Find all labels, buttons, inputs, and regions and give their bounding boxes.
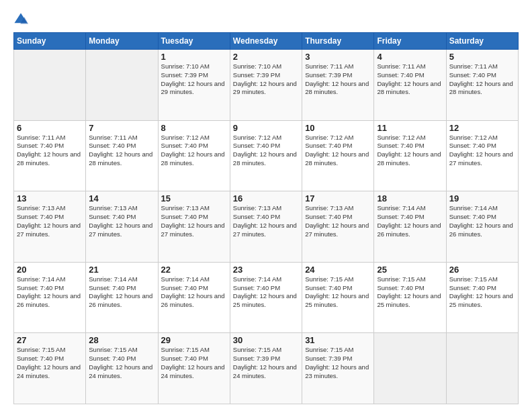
calendar-week-row: 20Sunrise: 7:14 AM Sunset: 7:40 PM Dayli… xyxy=(14,262,519,333)
day-info: Sunrise: 7:10 AM Sunset: 7:39 PM Dayligh… xyxy=(233,62,299,97)
day-info: Sunrise: 7:12 AM Sunset: 7:40 PM Dayligh… xyxy=(377,134,443,168)
calendar-cell: 11Sunrise: 7:12 AM Sunset: 7:40 PM Dayli… xyxy=(374,120,446,191)
calendar-cell: 4Sunrise: 7:11 AM Sunset: 7:40 PM Daylig… xyxy=(374,50,446,121)
day-info: Sunrise: 7:14 AM Sunset: 7:40 PM Dayligh… xyxy=(233,275,299,310)
calendar-cell: 21Sunrise: 7:14 AM Sunset: 7:40 PM Dayli… xyxy=(86,262,158,333)
calendar-cell: 20Sunrise: 7:14 AM Sunset: 7:40 PM Dayli… xyxy=(14,262,86,333)
day-info: Sunrise: 7:11 AM Sunset: 7:40 PM Dayligh… xyxy=(377,62,443,97)
calendar-cell: 17Sunrise: 7:13 AM Sunset: 7:40 PM Dayli… xyxy=(302,191,374,263)
calendar-cell xyxy=(86,50,158,121)
calendar-cell: 19Sunrise: 7:14 AM Sunset: 7:40 PM Dayli… xyxy=(446,191,518,263)
day-info: Sunrise: 7:13 AM Sunset: 7:40 PM Dayligh… xyxy=(17,204,83,238)
day-info: Sunrise: 7:15 AM Sunset: 7:40 PM Dayligh… xyxy=(161,346,227,380)
calendar-cell: 16Sunrise: 7:13 AM Sunset: 7:40 PM Dayli… xyxy=(230,191,302,263)
logo-icon xyxy=(13,12,28,27)
calendar-cell: 3Sunrise: 7:11 AM Sunset: 7:39 PM Daylig… xyxy=(302,50,374,121)
day-number: 28 xyxy=(89,335,154,345)
calendar-header-sunday: Sunday xyxy=(14,33,86,50)
day-info: Sunrise: 7:14 AM Sunset: 7:40 PM Dayligh… xyxy=(17,275,83,310)
day-number: 21 xyxy=(89,265,154,275)
day-info: Sunrise: 7:14 AM Sunset: 7:40 PM Dayligh… xyxy=(449,204,515,238)
calendar-cell: 12Sunrise: 7:12 AM Sunset: 7:40 PM Dayli… xyxy=(446,120,518,191)
calendar-cell: 23Sunrise: 7:14 AM Sunset: 7:40 PM Dayli… xyxy=(230,262,302,333)
day-info: Sunrise: 7:12 AM Sunset: 7:40 PM Dayligh… xyxy=(449,134,515,168)
day-number: 23 xyxy=(233,265,299,275)
page-header xyxy=(13,12,519,27)
day-number: 26 xyxy=(449,265,515,275)
day-number: 2 xyxy=(233,52,299,62)
calendar-cell xyxy=(374,333,446,404)
day-info: Sunrise: 7:15 AM Sunset: 7:40 PM Dayligh… xyxy=(17,346,83,380)
calendar-cell: 27Sunrise: 7:15 AM Sunset: 7:40 PM Dayli… xyxy=(14,333,86,404)
calendar-cell: 8Sunrise: 7:12 AM Sunset: 7:40 PM Daylig… xyxy=(158,120,230,191)
calendar-header-saturday: Saturday xyxy=(446,33,518,50)
calendar-cell: 10Sunrise: 7:12 AM Sunset: 7:40 PM Dayli… xyxy=(302,120,374,191)
calendar-header-monday: Monday xyxy=(86,33,158,50)
calendar-cell: 15Sunrise: 7:13 AM Sunset: 7:40 PM Dayli… xyxy=(158,191,230,263)
day-number: 7 xyxy=(89,123,154,133)
day-info: Sunrise: 7:13 AM Sunset: 7:40 PM Dayligh… xyxy=(305,204,371,238)
calendar-cell: 26Sunrise: 7:15 AM Sunset: 7:40 PM Dayli… xyxy=(446,262,518,333)
day-info: Sunrise: 7:15 AM Sunset: 7:40 PM Dayligh… xyxy=(377,275,443,310)
calendar-cell: 1Sunrise: 7:10 AM Sunset: 7:39 PM Daylig… xyxy=(158,50,230,121)
day-number: 25 xyxy=(377,265,443,275)
calendar-cell: 14Sunrise: 7:13 AM Sunset: 7:40 PM Dayli… xyxy=(86,191,158,263)
day-info: Sunrise: 7:14 AM Sunset: 7:40 PM Dayligh… xyxy=(377,204,443,238)
logo xyxy=(13,12,30,27)
day-number: 8 xyxy=(161,123,227,133)
day-info: Sunrise: 7:15 AM Sunset: 7:40 PM Dayligh… xyxy=(89,346,154,380)
calendar-week-row: 13Sunrise: 7:13 AM Sunset: 7:40 PM Dayli… xyxy=(14,191,519,263)
calendar-cell: 7Sunrise: 7:11 AM Sunset: 7:40 PM Daylig… xyxy=(86,120,158,191)
day-info: Sunrise: 7:11 AM Sunset: 7:40 PM Dayligh… xyxy=(17,134,83,168)
calendar-header-row: SundayMondayTuesdayWednesdayThursdayFrid… xyxy=(14,33,519,50)
calendar-week-row: 27Sunrise: 7:15 AM Sunset: 7:40 PM Dayli… xyxy=(14,333,519,404)
day-number: 9 xyxy=(233,123,299,133)
calendar-cell: 31Sunrise: 7:15 AM Sunset: 7:39 PM Dayli… xyxy=(302,333,374,404)
day-info: Sunrise: 7:12 AM Sunset: 7:40 PM Dayligh… xyxy=(233,134,299,168)
day-info: Sunrise: 7:15 AM Sunset: 7:39 PM Dayligh… xyxy=(305,346,371,380)
calendar-header-friday: Friday xyxy=(374,33,446,50)
calendar-cell: 6Sunrise: 7:11 AM Sunset: 7:40 PM Daylig… xyxy=(14,120,86,191)
day-number: 16 xyxy=(233,193,299,203)
day-number: 29 xyxy=(161,335,227,345)
day-number: 18 xyxy=(377,193,443,203)
day-number: 31 xyxy=(305,335,371,345)
day-info: Sunrise: 7:14 AM Sunset: 7:40 PM Dayligh… xyxy=(161,275,227,310)
calendar-cell: 28Sunrise: 7:15 AM Sunset: 7:40 PM Dayli… xyxy=(86,333,158,404)
day-info: Sunrise: 7:11 AM Sunset: 7:40 PM Dayligh… xyxy=(89,134,154,168)
day-number: 6 xyxy=(17,123,83,133)
calendar-cell: 18Sunrise: 7:14 AM Sunset: 7:40 PM Dayli… xyxy=(374,191,446,263)
day-number: 17 xyxy=(305,193,371,203)
day-number: 12 xyxy=(449,123,515,133)
day-info: Sunrise: 7:13 AM Sunset: 7:40 PM Dayligh… xyxy=(161,204,227,238)
calendar-header-tuesday: Tuesday xyxy=(158,33,230,50)
day-number: 4 xyxy=(377,52,443,62)
calendar-cell: 9Sunrise: 7:12 AM Sunset: 7:40 PM Daylig… xyxy=(230,120,302,191)
day-number: 5 xyxy=(449,52,515,62)
calendar-cell: 22Sunrise: 7:14 AM Sunset: 7:40 PM Dayli… xyxy=(158,262,230,333)
day-info: Sunrise: 7:10 AM Sunset: 7:39 PM Dayligh… xyxy=(161,62,227,97)
day-number: 11 xyxy=(377,123,443,133)
day-number: 22 xyxy=(161,265,227,275)
calendar-header-wednesday: Wednesday xyxy=(230,33,302,50)
calendar-cell: 30Sunrise: 7:15 AM Sunset: 7:39 PM Dayli… xyxy=(230,333,302,404)
calendar-cell: 2Sunrise: 7:10 AM Sunset: 7:39 PM Daylig… xyxy=(230,50,302,121)
calendar-cell: 25Sunrise: 7:15 AM Sunset: 7:40 PM Dayli… xyxy=(374,262,446,333)
day-info: Sunrise: 7:14 AM Sunset: 7:40 PM Dayligh… xyxy=(89,275,154,310)
day-info: Sunrise: 7:12 AM Sunset: 7:40 PM Dayligh… xyxy=(305,134,371,168)
day-info: Sunrise: 7:15 AM Sunset: 7:39 PM Dayligh… xyxy=(233,346,299,380)
calendar-table: SundayMondayTuesdayWednesdayThursdayFrid… xyxy=(13,32,519,404)
day-number: 27 xyxy=(17,335,83,345)
day-number: 20 xyxy=(17,265,83,275)
day-info: Sunrise: 7:12 AM Sunset: 7:40 PM Dayligh… xyxy=(161,134,227,168)
day-number: 1 xyxy=(161,52,227,62)
calendar-cell xyxy=(14,50,86,121)
day-number: 3 xyxy=(305,52,371,62)
day-number: 30 xyxy=(233,335,299,345)
day-number: 14 xyxy=(89,193,154,203)
calendar-week-row: 1Sunrise: 7:10 AM Sunset: 7:39 PM Daylig… xyxy=(14,50,519,121)
day-info: Sunrise: 7:13 AM Sunset: 7:40 PM Dayligh… xyxy=(89,204,154,238)
day-number: 24 xyxy=(305,265,371,275)
calendar-header-thursday: Thursday xyxy=(302,33,374,50)
day-info: Sunrise: 7:15 AM Sunset: 7:40 PM Dayligh… xyxy=(449,275,515,310)
